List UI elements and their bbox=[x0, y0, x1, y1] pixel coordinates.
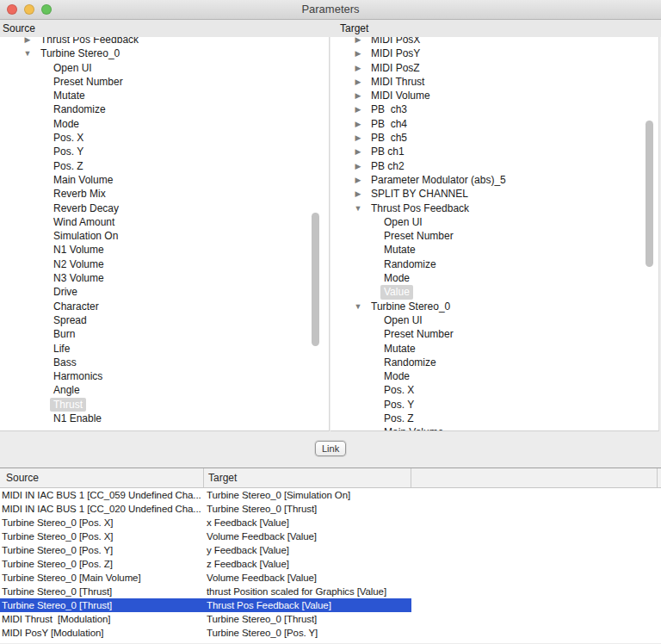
tree-item-pos-z[interactable]: Pos. Z bbox=[0, 159, 329, 173]
tree-item-open-ui[interactable]: Open UI bbox=[0, 61, 329, 75]
minimize-button-icon[interactable] bbox=[24, 4, 34, 15]
tree-item-label: Parameter Modulator (abs)_5 bbox=[371, 173, 506, 187]
tree-item-randomize[interactable]: Randomize bbox=[330, 356, 658, 369]
mapping-row[interactable]: Turbine Stereo_0 [Pos. Z]z Feedback [Val… bbox=[0, 557, 411, 571]
zoom-button-icon[interactable] bbox=[41, 4, 52, 15]
tree-item-label: Turbine Stereo_0 bbox=[371, 300, 450, 313]
tree-item-main-volume[interactable]: Main Volume bbox=[0, 173, 329, 187]
tree-item-mode[interactable]: Mode bbox=[330, 369, 658, 383]
mapping-row[interactable]: Turbine Stereo_0 [Pos. X]x Feedback [Val… bbox=[0, 516, 411, 529]
tree-item-life[interactable]: Life bbox=[0, 342, 329, 356]
tree-item-n2-volume[interactable]: N2 Volume bbox=[0, 257, 329, 271]
tree-item-turbine-stereo-0[interactable]: ▼Turbine Stereo_0 bbox=[330, 300, 658, 313]
source-tree[interactable]: ▶Thrust Pos Feedback▼Turbine Stereo_0Ope… bbox=[0, 37, 330, 431]
tree-item-thrust-pos-feedback[interactable]: ▶Thrust Pos Feedback bbox=[0, 37, 329, 46]
mapping-row[interactable]: MIDI IN IAC BUS 1 [CC_020 Undefined Cha.… bbox=[0, 502, 411, 516]
tree-item-pb-ch5[interactable]: ▶PB ch5 bbox=[330, 131, 658, 145]
tree-item-midi-posz[interactable]: ▶MIDI PosZ bbox=[330, 61, 658, 75]
target-tree[interactable]: ▶MIDI PosX▶MIDI PosY▶MIDI PosZ▶MIDI Thru… bbox=[330, 37, 659, 431]
tree-item-mutate[interactable]: Mutate bbox=[0, 89, 329, 102]
tree-item-bass[interactable]: Bass bbox=[0, 356, 329, 369]
tree-item-n3-volume[interactable]: N3 Volume bbox=[0, 271, 329, 285]
tree-item-simulation-on[interactable]: Simulation On bbox=[0, 229, 329, 243]
tree-item-parameter-modulator-abs-5[interactable]: ▶Parameter Modulator (abs)_5 bbox=[330, 173, 658, 187]
title-bar[interactable]: Parameters bbox=[0, 0, 661, 20]
tree-item-mode[interactable]: Mode bbox=[330, 271, 658, 285]
tree-item-preset-number[interactable]: Preset Number bbox=[0, 75, 329, 89]
tree-item-open-ui[interactable]: Open UI bbox=[330, 313, 658, 327]
tree-item-harmonics[interactable]: Harmonics bbox=[0, 369, 329, 383]
disclosure-collapsed-icon[interactable]: ▶ bbox=[352, 187, 364, 201]
tree-item-n1-volume[interactable]: N1 Volume bbox=[0, 243, 329, 257]
mapping-row[interactable]: Turbine Stereo_0 [Main Volume]Volume Fee… bbox=[0, 571, 411, 585]
disclosure-collapsed-icon[interactable]: ▶ bbox=[352, 117, 364, 131]
target-tree-scrollbar-thumb[interactable] bbox=[646, 121, 653, 267]
mapping-row[interactable]: MIDI IN IAC BUS 1 [CC_059 Undefined Cha.… bbox=[0, 488, 411, 502]
tree-item-reverb-mix[interactable]: Reverb Mix bbox=[0, 187, 329, 201]
tree-item-angle[interactable]: Angle bbox=[0, 383, 329, 397]
tree-item-open-ui[interactable]: Open UI bbox=[330, 215, 658, 229]
tree-item-mode[interactable]: Mode bbox=[0, 117, 329, 131]
close-button-icon[interactable] bbox=[7, 4, 17, 15]
tree-item-burn[interactable]: Burn bbox=[0, 327, 329, 341]
tree-item-mutate[interactable]: Mutate bbox=[330, 342, 658, 356]
disclosure-expanded-icon[interactable]: ▼ bbox=[352, 300, 364, 313]
tree-item-drive[interactable]: Drive bbox=[0, 285, 329, 299]
disclosure-collapsed-icon[interactable]: ▶ bbox=[352, 37, 364, 46]
disclosure-collapsed-icon[interactable]: ▶ bbox=[352, 75, 364, 89]
mapping-row[interactable]: MIDI Thrust [Modulation]Turbine Stereo_0… bbox=[0, 612, 411, 626]
source-tree-scrollbar-thumb[interactable] bbox=[312, 213, 319, 346]
mapping-source-cell: MIDI IN IAC BUS 1 [CC_020 Undefined Cha.… bbox=[0, 502, 204, 516]
tree-item-main-volume[interactable]: Main Volume bbox=[330, 425, 658, 431]
disclosure-collapsed-icon[interactable]: ▶ bbox=[352, 46, 364, 60]
tree-item-character[interactable]: Character bbox=[0, 300, 329, 313]
disclosure-collapsed-icon[interactable]: ▶ bbox=[352, 159, 364, 173]
disclosure-collapsed-icon[interactable]: ▶ bbox=[352, 173, 364, 187]
header-target-column[interactable]: Target bbox=[204, 468, 411, 487]
mapping-row[interactable]: Turbine Stereo_0 [Pos. X]Volume Feedback… bbox=[0, 529, 411, 543]
tree-item-midi-thrust[interactable]: ▶MIDI Thrust bbox=[330, 75, 658, 89]
tree-item-randomize[interactable]: Randomize bbox=[330, 257, 658, 271]
tree-item-preset-number[interactable]: Preset Number bbox=[330, 327, 658, 341]
tree-item-pos-z[interactable]: Pos. Z bbox=[330, 412, 658, 425]
tree-item-pos-y[interactable]: Pos. Y bbox=[330, 398, 658, 412]
tree-item-mutate[interactable]: Mutate bbox=[330, 243, 658, 257]
tree-item-split-by-channel[interactable]: ▶SPLIT BY CHANNEL bbox=[330, 187, 658, 201]
disclosure-collapsed-icon[interactable]: ▶ bbox=[352, 61, 364, 75]
tree-item-pos-y[interactable]: Pos. Y bbox=[0, 145, 329, 158]
tree-item-label: MIDI Volume bbox=[371, 89, 430, 102]
tree-item-preset-number[interactable]: Preset Number bbox=[330, 229, 658, 243]
tree-item-pb-ch1[interactable]: ▶PB ch1 bbox=[330, 145, 658, 158]
tree-item-pos-x[interactable]: Pos. X bbox=[330, 383, 658, 397]
tree-item-n1-enable[interactable]: N1 Enable bbox=[0, 412, 329, 425]
tree-item-pb-ch4[interactable]: ▶PB ch4 bbox=[330, 117, 658, 131]
disclosure-expanded-icon[interactable]: ▼ bbox=[22, 46, 34, 60]
tree-item-reverb-decay[interactable]: Reverb Decay bbox=[0, 201, 329, 215]
tree-item-randomize[interactable]: Randomize bbox=[0, 102, 329, 116]
disclosure-collapsed-icon[interactable]: ▶ bbox=[352, 102, 364, 116]
header-source-column[interactable]: Source bbox=[0, 468, 204, 487]
tree-item-midi-posy[interactable]: ▶MIDI PosY bbox=[330, 46, 658, 60]
tree-item-pb-ch2[interactable]: ▶PB ch2 bbox=[330, 159, 658, 173]
disclosure-expanded-icon[interactable]: ▼ bbox=[352, 201, 364, 215]
tree-item-midi-volume[interactable]: ▶MIDI Volume bbox=[330, 89, 658, 102]
tree-item-pos-x[interactable]: Pos. X bbox=[0, 131, 329, 145]
mapping-row[interactable]: MIDI PosY [Modulation]Turbine Stereo_0 [… bbox=[0, 626, 411, 640]
link-button[interactable]: Link bbox=[315, 441, 346, 456]
disclosure-collapsed-icon[interactable]: ▶ bbox=[352, 145, 364, 158]
tree-item-midi-posx[interactable]: ▶MIDI PosX bbox=[330, 37, 658, 46]
mapping-row[interactable]: Turbine Stereo_0 [Thrust]Thrust Pos Feed… bbox=[0, 598, 411, 612]
tree-item-thrust-pos-feedback[interactable]: ▼Thrust Pos Feedback bbox=[330, 201, 658, 215]
tree-item-wind-amount[interactable]: Wind Amount bbox=[0, 215, 329, 229]
mapping-row[interactable]: Turbine Stereo_0 [Pos. Y]y Feedback [Val… bbox=[0, 543, 411, 557]
tree-item-pb-ch3[interactable]: ▶PB ch3 bbox=[330, 102, 658, 116]
disclosure-collapsed-icon[interactable]: ▶ bbox=[352, 131, 364, 145]
tree-item-thrust[interactable]: Thrust bbox=[0, 398, 329, 412]
tree-item-spread[interactable]: Spread bbox=[0, 313, 329, 327]
mapping-row[interactable]: Turbine Stereo_0 [Thrust]thrust Position… bbox=[0, 585, 411, 598]
tree-item-label: N1 Volume bbox=[53, 243, 104, 257]
tree-item-value[interactable]: Value bbox=[330, 285, 658, 299]
tree-item-turbine-stereo-0[interactable]: ▼Turbine Stereo_0 bbox=[0, 46, 329, 60]
disclosure-collapsed-icon[interactable]: ▶ bbox=[22, 37, 34, 46]
disclosure-collapsed-icon[interactable]: ▶ bbox=[352, 89, 364, 102]
